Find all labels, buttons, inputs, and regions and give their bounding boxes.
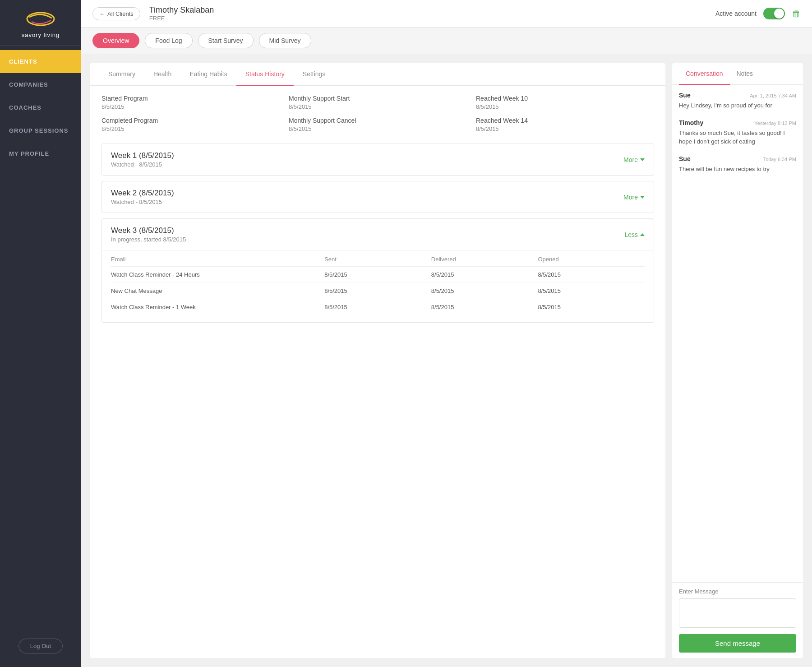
week-3-less-button[interactable]: Less: [624, 231, 645, 238]
email-delivered-1: 8/5/2015: [431, 287, 538, 294]
status-item-label-1: Monthly Support Start: [289, 95, 467, 102]
conv-tab-conversation[interactable]: Conversation: [679, 63, 730, 85]
send-message-button[interactable]: Send message: [679, 634, 796, 653]
status-grid: Started Program 8/5/2015Monthly Support …: [102, 95, 654, 132]
message-meta-2: Sue Today 6:34 PM: [679, 155, 796, 162]
email-row-0: Watch Class Reminder - 24 Hours 8/5/2015…: [111, 267, 645, 283]
active-account-toggle[interactable]: [763, 8, 785, 19]
messages-area: Sue Apr. 1, 2015 7:34 AM Hey Lindsey, I'…: [672, 85, 803, 582]
week-2-header[interactable]: Week 2 (8/5/2015) Watched - 8/5/2015 Mor…: [102, 181, 654, 213]
week-3-subtitle: In progress, started 8/5/2015: [111, 236, 186, 243]
sub-tab-status-history[interactable]: Status History: [236, 63, 294, 86]
status-item-label-5: Reached Week 14: [476, 117, 654, 124]
status-item-label-3: Completed Program: [102, 117, 280, 124]
sidebar-item-companies[interactable]: COMPANIES: [0, 73, 81, 96]
sidebar-item-group-sessions[interactable]: GROUP SESSIONS: [0, 119, 81, 142]
sub-tab-eating-habits[interactable]: Eating Habits: [180, 63, 236, 86]
message-time-2: Today 6:34 PM: [763, 157, 796, 162]
conv-tab-notes[interactable]: Notes: [730, 63, 760, 85]
message-time-0: Apr. 1, 2015 7:34 AM: [750, 93, 796, 98]
email-col-header-0: Email: [111, 256, 324, 263]
week-2-more-button[interactable]: More: [623, 194, 645, 201]
message-text-0: Hey Lindsey, I'm so proud of you for: [679, 101, 796, 110]
status-item-date-3: 8/5/2015: [102, 125, 280, 132]
nav-tab-food-log[interactable]: Food Log: [145, 33, 192, 48]
email-row-2: Watch Class Reminder - 1 Week 8/5/2015 8…: [111, 299, 645, 315]
sidebar-item-coaches[interactable]: COACHES: [0, 96, 81, 119]
week-3-email-table: EmailSentDeliveredOpened Watch Class Rem…: [102, 250, 654, 322]
message-input[interactable]: [679, 598, 796, 628]
status-item-date-5: 8/5/2015: [476, 125, 654, 132]
week-1-subtitle: Watched - 8/5/2015: [111, 161, 174, 168]
client-name: Timothy Skalaban: [149, 5, 214, 15]
week-section-1: Week 1 (8/5/2015) Watched - 8/5/2015 Mor…: [102, 144, 654, 176]
status-item-2: Reached Week 10 8/5/2015: [476, 95, 654, 110]
email-row-1: New Chat Message 8/5/2015 8/5/2015 8/5/2…: [111, 283, 645, 299]
logo-text: savory living: [22, 32, 60, 38]
sub-tab-settings[interactable]: Settings: [294, 63, 335, 86]
week-3-info: Week 3 (8/5/2015) In progress, started 8…: [111, 226, 186, 243]
status-item-label-0: Started Program: [102, 95, 280, 102]
status-item-3: Completed Program 8/5/2015: [102, 117, 280, 132]
email-opened-0: 8/5/2015: [538, 271, 645, 278]
week-1-chevron-down-icon: [640, 158, 645, 161]
sub-tab-summary[interactable]: Summary: [99, 63, 144, 86]
email-col-header-2: Delivered: [431, 256, 538, 263]
nav-tabs-bar: OverviewFood LogStart SurveyMid Survey: [81, 28, 812, 54]
email-name-1: New Chat Message: [111, 287, 324, 294]
status-item-date-1: 8/5/2015: [289, 103, 467, 110]
message-meta-0: Sue Apr. 1, 2015 7:34 AM: [679, 92, 796, 99]
nav-tab-overview[interactable]: Overview: [92, 33, 139, 48]
sub-tab-health[interactable]: Health: [144, 63, 180, 86]
status-item-5: Reached Week 14 8/5/2015: [476, 117, 654, 132]
message-block-2: Sue Today 6:34 PM There will be fun new …: [679, 155, 796, 174]
sidebar-item-clients[interactable]: CLIENTS: [0, 50, 81, 73]
week-1-title: Week 1 (8/5/2015): [111, 151, 174, 160]
status-item-1: Monthly Support Start 8/5/2015: [289, 95, 467, 110]
message-sender-0: Sue: [679, 92, 691, 99]
week-3-less-label: Less: [624, 231, 638, 238]
email-table-header: EmailSentDeliveredOpened: [111, 250, 645, 267]
nav-tab-mid-survey[interactable]: Mid Survey: [259, 33, 311, 48]
week-2-subtitle: Watched - 8/5/2015: [111, 199, 174, 205]
week-3-header[interactable]: Week 3 (8/5/2015) In progress, started 8…: [102, 219, 654, 250]
week-1-more-label: More: [623, 156, 638, 163]
nav-items: CLIENTSCOMPANIESCOACHESGROUP SESSIONSMY …: [0, 50, 81, 165]
week-1-more-button[interactable]: More: [623, 156, 645, 163]
client-info: Timothy Skalaban FREE: [149, 5, 214, 22]
delete-icon[interactable]: 🗑: [792, 9, 801, 19]
top-bar-right: Active account 🗑: [715, 8, 801, 19]
sidebar-item-my-profile[interactable]: MY PROFILE: [0, 142, 81, 165]
status-item-label-2: Reached Week 10: [476, 95, 654, 102]
sub-tabs: SummaryHealthEating HabitsStatus History…: [90, 63, 665, 86]
week-1-header[interactable]: Week 1 (8/5/2015) Watched - 8/5/2015 Mor…: [102, 144, 654, 175]
nav-tab-start-survey[interactable]: Start Survey: [198, 33, 254, 48]
left-panel: SummaryHealthEating HabitsStatus History…: [90, 63, 665, 658]
status-item-label-4: Monthly Support Cancel: [289, 117, 467, 124]
week-3-chevron-up-icon: [640, 233, 645, 236]
email-opened-2: 8/5/2015: [538, 304, 645, 310]
email-sent-0: 8/5/2015: [324, 271, 431, 278]
status-item-4: Monthly Support Cancel 8/5/2015: [289, 117, 467, 132]
sidebar: savory living CLIENTSCOMPANIESCOACHESGRO…: [0, 0, 81, 667]
client-plan: FREE: [149, 15, 214, 22]
message-sender-1: Timothy: [679, 119, 703, 126]
status-item-date-0: 8/5/2015: [102, 103, 280, 110]
email-col-header-3: Opened: [538, 256, 645, 263]
email-rows: Watch Class Reminder - 24 Hours 8/5/2015…: [111, 267, 645, 315]
logo-area: savory living: [0, 0, 81, 46]
email-delivered-2: 8/5/2015: [431, 304, 538, 310]
status-item-date-2: 8/5/2015: [476, 103, 654, 110]
message-meta-1: Timothy Yesterday 8:12 PM: [679, 119, 796, 126]
back-button[interactable]: ← All Clients: [92, 7, 140, 20]
toggle-knob: [774, 9, 784, 19]
message-sender-2: Sue: [679, 155, 691, 162]
logo-icon: [25, 9, 56, 29]
logout-button[interactable]: Log Out: [18, 639, 63, 653]
week-section-3: Week 3 (8/5/2015) In progress, started 8…: [102, 218, 654, 323]
message-text-2: There will be fun new recipes to try: [679, 165, 796, 174]
status-content: Started Program 8/5/2015Monthly Support …: [90, 86, 665, 658]
main-area: ← All Clients Timothy Skalaban FREE Acti…: [81, 0, 812, 667]
conversation-tabs: ConversationNotes: [672, 63, 803, 85]
week-1-info: Week 1 (8/5/2015) Watched - 8/5/2015: [111, 151, 174, 168]
